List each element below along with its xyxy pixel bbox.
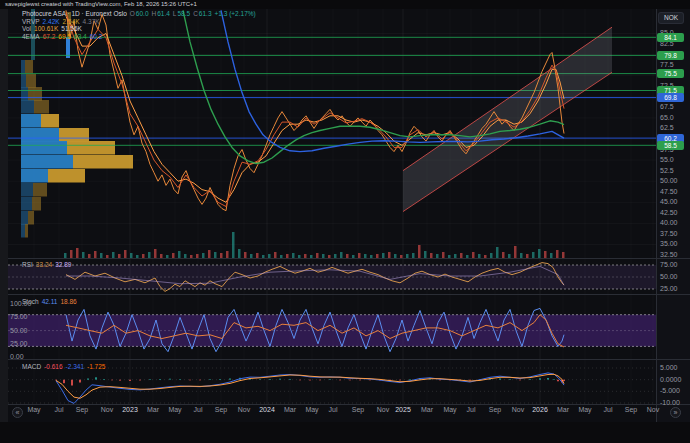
vrvp-legend-row[interactable]: VRVP2.42K2.54K4.37K	[22, 18, 259, 26]
time-tick: Sep	[346, 406, 370, 414]
time-tick: Jul	[596, 406, 620, 414]
indicator-value: -0.616	[44, 363, 62, 370]
ema-legend-row[interactable]: 4EMA67.269.563.460.2	[22, 33, 259, 41]
indicator-value: 51.56K	[61, 25, 82, 32]
ohlc-key: C	[193, 10, 198, 17]
time-tick: Sep	[70, 406, 94, 414]
time-tick: Jul	[321, 406, 345, 414]
indicator-label: 4EMA	[22, 33, 40, 40]
time-tick: Sep	[619, 406, 643, 414]
time-tick: May	[573, 406, 597, 414]
indicator-value: 60.2	[90, 33, 103, 40]
macd-legend[interactable]: MACD-0.616-2.341-1.725	[22, 363, 108, 370]
rsi-tick: 25.00	[660, 285, 678, 293]
main-tick: 32.50	[660, 251, 678, 259]
time-tick: Sep	[209, 406, 233, 414]
stoch-tick: 100.00	[10, 300, 31, 308]
main-tick: 50.00	[660, 177, 678, 185]
timeline-right-button[interactable]: »	[670, 407, 681, 418]
main-tick: 65.0	[660, 114, 674, 122]
tradingview-snapshot: savepiglewst created with TradingView.co…	[0, 0, 690, 443]
indicator-label: MACD	[22, 363, 41, 370]
indicator-value: 2.54K	[63, 18, 80, 25]
rsi-legend[interactable]: RSI33.2432.89	[22, 261, 74, 268]
time-tick: May	[163, 406, 187, 414]
macd-tick: -5.000	[660, 387, 680, 395]
stoch-tick: 75.00	[10, 313, 28, 321]
main-tick: 37.50	[660, 230, 678, 238]
indicator-value: 18.86	[60, 298, 76, 305]
volume-legend-row[interactable]: Vol100.61K51.56K	[22, 25, 259, 33]
rsi-tick: 50.00	[660, 273, 678, 281]
time-tick: Nov	[232, 406, 256, 414]
time-tick: Mar	[278, 406, 302, 414]
price-level-badge: 69.8	[657, 93, 684, 102]
time-tick: Jul	[459, 406, 483, 414]
indicator-value: 4.37K	[83, 18, 100, 25]
time-tick: Nov	[95, 406, 119, 414]
indicator-label: Vol	[22, 25, 31, 32]
main-tick: 35.00	[660, 240, 678, 248]
indicator-value: -1.725	[87, 363, 105, 370]
time-tick: Mar	[551, 406, 575, 414]
main-tick: 77.5	[660, 61, 674, 69]
main-tick: 52.5	[660, 167, 674, 175]
time-tick: Sep	[483, 406, 507, 414]
currency-button[interactable]: NOK	[658, 12, 684, 24]
time-tick: Jul	[186, 406, 210, 414]
time-tick: 2023	[118, 406, 142, 414]
indicator-value: 69.5	[58, 33, 71, 40]
timeline-left-button[interactable]: «	[12, 407, 23, 418]
indicator-label: VRVP	[22, 18, 40, 25]
main-tick: 42.50	[660, 209, 678, 217]
stoch-tick: 25.00	[10, 340, 28, 348]
indicator-value: 2.42K	[43, 18, 60, 25]
indicator-value: 63.4	[74, 33, 87, 40]
time-tick: Nov	[506, 406, 530, 414]
stoch-tick: 0.00	[10, 353, 24, 361]
macd-tick: 0.0000	[660, 376, 681, 384]
main-tick: 45.00	[660, 198, 678, 206]
price-level-badge: 58.5	[657, 141, 684, 150]
main-tick: 55.0	[660, 156, 674, 164]
time-tick: Nov	[641, 406, 665, 414]
time-tick: Mar	[141, 406, 165, 414]
time-tick: 2024	[255, 406, 279, 414]
ohlc-value: 58.5	[177, 10, 190, 17]
ohlc-key: H	[152, 10, 157, 17]
main-tick: 40.00	[660, 219, 678, 227]
ohlc-key: L	[173, 10, 177, 17]
indicator-value: 42.11	[42, 298, 58, 305]
price-level-badge: 75.5	[657, 69, 684, 78]
indicator-label: RSI	[22, 261, 33, 268]
ohlc-value: 61.3	[199, 10, 212, 17]
stoch-tick: 50.00	[10, 327, 28, 335]
ohlc-value: 60.0	[136, 10, 149, 17]
symbol-legend-row[interactable]: Photocure ASA · 1D · Euronext OsloO60.0H…	[22, 10, 259, 18]
indicator-value: 33.24	[36, 261, 52, 268]
time-tick: Mar	[415, 406, 439, 414]
main-legend[interactable]: Photocure ASA · 1D · Euronext OsloO60.0H…	[22, 10, 259, 40]
time-tick: 2026	[528, 406, 552, 414]
indicator-value: 100.61K	[34, 25, 58, 32]
macd-tick: 5.000	[660, 364, 678, 372]
indicator-value: 67.2	[43, 33, 56, 40]
price-level-badge: 84.1	[657, 33, 684, 42]
indicator-value: -2.341	[66, 363, 84, 370]
time-tick: 2025	[391, 406, 415, 414]
price-change: +1.3 (+2.17%)	[215, 10, 256, 17]
ohlc-value: 61.4	[157, 10, 170, 17]
symbol-title[interactable]: Photocure ASA · 1D · Euronext Oslo	[22, 10, 127, 17]
price-level-badge: 79.8	[657, 51, 684, 60]
rsi-tick: 75.00	[660, 261, 678, 269]
indicator-value: 32.89	[55, 261, 71, 268]
chart-canvas[interactable]	[0, 0, 690, 443]
main-tick: 62.5	[660, 124, 674, 132]
ohlc-key: O	[130, 10, 135, 17]
footer-bar: TradingView	[0, 422, 690, 443]
time-tick: Jul	[47, 406, 71, 414]
main-tick: 67.5	[660, 103, 674, 111]
time-tick: May	[22, 406, 46, 414]
main-tick: 47.50	[660, 188, 678, 196]
